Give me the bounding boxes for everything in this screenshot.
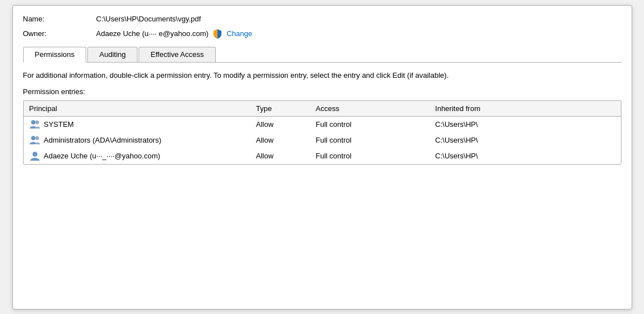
col-header-principal: Principal — [24, 101, 251, 117]
owner-value: Adaeze Uche (u···· e@yahoo.com) — [96, 29, 209, 38]
cell-access: Full control — [310, 148, 429, 164]
table-row[interactable]: Administrators (ADA\Administrators) Allo… — [24, 132, 621, 148]
change-button[interactable]: Change — [226, 29, 252, 38]
table-header-row: Principal Type Access Inherited from — [24, 101, 621, 117]
tab-auditing[interactable]: Auditing — [87, 47, 137, 62]
svg-point-1 — [35, 121, 39, 124]
owner-row: Owner: Adaeze Uche (u···· e@yahoo.com) C… — [23, 29, 621, 39]
info-text: For additional information, double-click… — [23, 70, 621, 81]
col-header-type: Type — [250, 101, 310, 117]
svg-point-3 — [35, 136, 39, 140]
tab-permissions[interactable]: Permissions — [23, 47, 87, 63]
cell-principal: Administrators (ADA\Administrators) — [24, 132, 251, 148]
col-header-access: Access — [310, 101, 429, 117]
cell-access: Full control — [310, 132, 429, 148]
principal-name: SYSTEM — [44, 120, 74, 129]
cell-inherited: C:\Users\HP\ — [429, 148, 620, 164]
principal-name: Administrators (ADA\Administrators) — [44, 136, 162, 144]
name-label: Name: — [23, 15, 96, 23]
group-user-icon — [29, 120, 41, 130]
table-row[interactable]: SYSTEM Allow Full control C:\Users\HP\ — [24, 116, 621, 132]
security-dialog: Name: C:\Users\HP\Documents\vgy.pdf Owne… — [12, 5, 632, 309]
cell-type: Allow — [250, 148, 310, 164]
cell-type: Allow — [250, 132, 310, 148]
svg-point-0 — [31, 120, 35, 124]
name-value: C:\Users\HP\Documents\vgy.pdf — [96, 15, 201, 23]
cell-access: Full control — [310, 116, 429, 132]
owner-label: Owner: — [23, 29, 96, 38]
cell-inherited: C:\Users\HP\ — [429, 116, 620, 132]
svg-point-4 — [33, 152, 37, 156]
tab-bar: Permissions Auditing Effective Access — [23, 47, 621, 63]
section-label: Permission entries: — [23, 87, 621, 96]
permissions-table: Principal Type Access Inherited from SYS… — [23, 100, 621, 165]
cell-type: Allow — [250, 116, 310, 132]
principal-name: Adaeze Uche (u···_····@yahoo.com) — [44, 152, 161, 160]
table-row[interactable]: Adaeze Uche (u···_····@yahoo.com) Allow … — [24, 148, 621, 164]
single-user-icon — [29, 151, 41, 161]
cell-principal: Adaeze Uche (u···_····@yahoo.com) — [24, 148, 251, 164]
col-header-inherited: Inherited from — [429, 101, 620, 117]
tab-effective-access[interactable]: Effective Access — [139, 47, 215, 62]
cell-inherited: C:\Users\HP\ — [429, 132, 620, 148]
cell-principal: SYSTEM — [24, 116, 251, 132]
name-row: Name: C:\Users\HP\Documents\vgy.pdf — [23, 15, 621, 23]
shield-icon — [213, 29, 222, 39]
svg-point-2 — [31, 136, 35, 140]
group-user-icon — [29, 135, 41, 145]
